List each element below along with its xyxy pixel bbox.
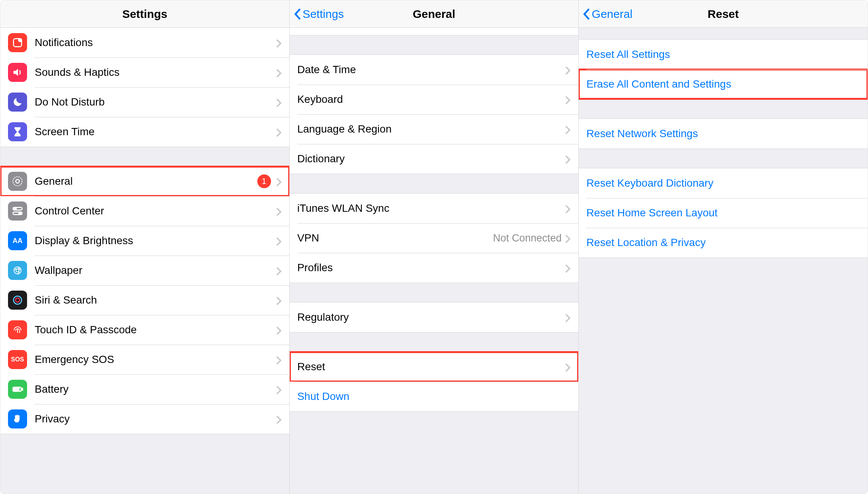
row-label: Touch ID & Passcode [35, 324, 276, 336]
row-reset[interactable]: Reset [290, 352, 579, 382]
row-label: Sounds & Haptics [35, 66, 276, 78]
general-group-3: Regulatory [290, 302, 579, 333]
chevron-right-icon [276, 326, 282, 334]
row-control-center[interactable]: Control Center [0, 196, 289, 226]
section-gap [579, 149, 868, 168]
cutoff-row [290, 28, 579, 35]
settings-group-2: General 1 Control Center AA Display & Br… [0, 166, 289, 434]
row-language[interactable]: Language & Region [290, 114, 579, 144]
section-gap [290, 174, 579, 193]
row-notifications[interactable]: Notifications [0, 28, 289, 58]
section-gap [290, 35, 579, 54]
row-label: Notifications [35, 37, 276, 49]
row-label: Screen Time [35, 126, 276, 138]
row-vpn[interactable]: VPN Not Connected [290, 223, 579, 253]
svg-point-1 [18, 38, 22, 42]
row-label: iTunes WLAN Sync [297, 202, 566, 214]
row-dnd[interactable]: Do Not Disturb [0, 87, 289, 117]
chevron-right-icon [565, 204, 571, 213]
row-screen-time[interactable]: Screen Time [0, 117, 289, 147]
row-privacy[interactable]: Privacy [0, 404, 289, 434]
row-erase-all[interactable]: Erase All Content and Settings [579, 69, 868, 99]
sounds-icon [8, 63, 27, 82]
row-battery[interactable]: Battery [0, 374, 289, 404]
row-date-time[interactable]: Date & Time [290, 55, 579, 85]
row-label: Reset All Settings [586, 48, 860, 61]
svg-rect-14 [14, 388, 19, 390]
empty-space [579, 258, 868, 494]
row-label: Emergency SOS [35, 353, 276, 366]
general-group-1: Date & Time Keyboard Language & Region D… [290, 54, 579, 174]
hand-icon [8, 409, 27, 428]
general-group-4: Reset Shut Down [290, 352, 579, 412]
back-label: Settings [303, 8, 344, 21]
section-gap [290, 333, 579, 352]
chevron-right-icon [276, 237, 282, 245]
chevron-right-icon [276, 68, 282, 77]
row-shutdown[interactable]: Shut Down [290, 382, 579, 411]
page-title: Reset [708, 8, 739, 21]
chevron-right-icon [276, 296, 282, 304]
row-label: Battery [35, 383, 276, 395]
reset-group-3: Reset Keyboard Dictionary Reset Home Scr… [579, 168, 868, 258]
chevron-right-icon [276, 266, 282, 275]
back-label: General [592, 8, 632, 21]
chevron-left-icon [583, 8, 590, 20]
row-itunes-sync[interactable]: iTunes WLAN Sync [290, 193, 579, 223]
row-label: Do Not Disturb [35, 96, 276, 108]
general-group-2: iTunes WLAN Sync VPN Not Connected Profi… [290, 193, 579, 283]
row-general[interactable]: General 1 [0, 166, 289, 196]
row-display[interactable]: AA Display & Brightness [0, 226, 289, 256]
chevron-right-icon [565, 234, 571, 242]
row-profiles[interactable]: Profiles [290, 253, 579, 283]
row-keyboard[interactable]: Keyboard [290, 85, 579, 114]
chevron-right-icon [565, 264, 571, 272]
row-reset-all[interactable]: Reset All Settings [579, 40, 868, 69]
row-dictionary[interactable]: Dictionary [290, 144, 579, 174]
fingerprint-icon [8, 320, 27, 339]
row-label: Wallpaper [35, 264, 276, 277]
navbar-reset: General Reset [579, 0, 868, 28]
svg-point-11 [16, 298, 20, 302]
row-label: Date & Time [297, 64, 566, 76]
row-reset-location[interactable]: Reset Location & Privacy [579, 228, 868, 257]
row-label: Reset Home Screen Layout [586, 207, 860, 219]
row-reset-home[interactable]: Reset Home Screen Layout [579, 198, 868, 228]
chevron-right-icon [565, 66, 571, 74]
back-button[interactable]: Settings [294, 0, 344, 27]
row-touchid[interactable]: Touch ID & Passcode [0, 315, 289, 345]
sos-icon: SOS [8, 350, 27, 369]
svg-point-7 [19, 212, 21, 214]
row-reset-keyboard[interactable]: Reset Keyboard Dictionary [579, 168, 868, 198]
siri-icon [8, 291, 27, 310]
row-label: Shut Down [297, 390, 571, 403]
section-gap [579, 28, 868, 39]
svg-point-8 [16, 269, 19, 272]
chevron-right-icon [276, 38, 282, 47]
row-sos[interactable]: SOS Emergency SOS [0, 345, 289, 374]
battery-icon [8, 380, 27, 399]
chevron-right-icon [276, 355, 282, 364]
chevron-right-icon [565, 155, 571, 163]
row-sounds[interactable]: Sounds & Haptics [0, 58, 289, 87]
back-button[interactable]: General [583, 0, 632, 27]
chevron-right-icon [276, 207, 282, 215]
chevron-right-icon [276, 98, 282, 106]
row-reset-network[interactable]: Reset Network Settings [579, 119, 868, 149]
reset-panel: General Reset Reset All Settings Erase A… [578, 0, 868, 494]
chevron-left-icon [294, 8, 301, 20]
svg-point-6 [14, 208, 16, 209]
row-label: Display & Brightness [35, 235, 276, 247]
svg-point-10 [13, 296, 21, 304]
row-label: Reset Network Settings [586, 128, 860, 140]
general-panel: Settings General Date & Time Keyboard La… [289, 0, 579, 494]
chevron-right-icon [276, 177, 282, 185]
row-label: General [35, 175, 257, 187]
row-regulatory[interactable]: Regulatory [290, 302, 579, 332]
svg-rect-13 [22, 388, 23, 390]
row-siri[interactable]: Siri & Search [0, 285, 289, 315]
chevron-right-icon [276, 128, 282, 136]
toggles-icon [8, 201, 27, 221]
row-wallpaper[interactable]: Wallpaper [0, 256, 289, 285]
row-label: Reset [297, 361, 566, 373]
